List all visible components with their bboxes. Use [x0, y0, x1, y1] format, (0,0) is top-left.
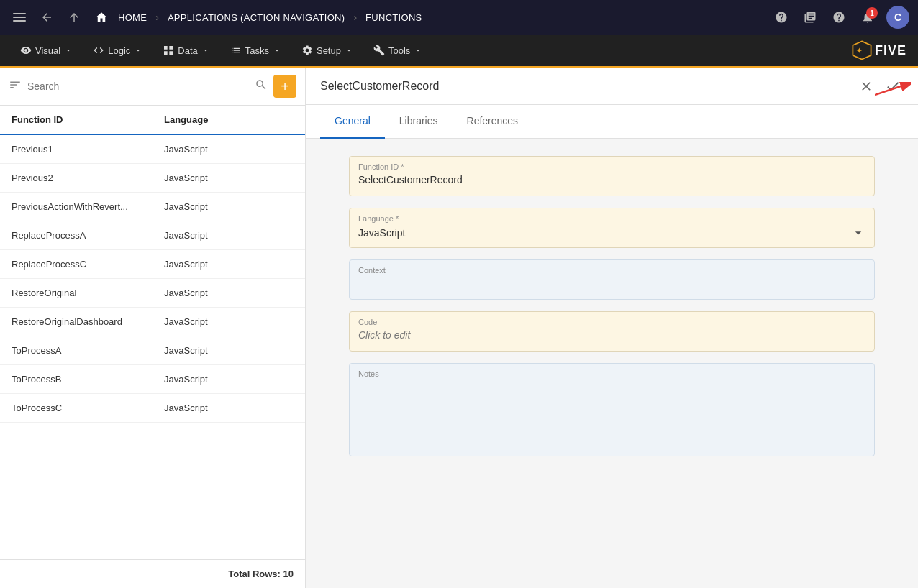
language-label: Language *: [358, 214, 865, 223]
up-button[interactable]: [63, 6, 85, 28]
table-footer: Total Rows: 10: [0, 559, 305, 588]
save-check-button[interactable]: [882, 75, 904, 97]
tab-references[interactable]: References: [453, 105, 533, 139]
left-panel: + Function ID Language Previous1 JavaScr…: [0, 68, 306, 588]
notification-badge: 1: [866, 7, 878, 19]
nav-logic-label: Logic: [108, 45, 130, 56]
nav-logic[interactable]: Logic: [84, 39, 151, 62]
breadcrumb-functions[interactable]: FUNCTIONS: [365, 12, 422, 23]
code-field[interactable]: Code Click to edit: [349, 311, 875, 352]
back-button[interactable]: [36, 6, 58, 28]
second-nav-bar: Visual Logic Data Tasks Setup Tools ✦ FI…: [0, 35, 918, 68]
breadcrumb-applications[interactable]: APPLICATIONS (ACTION NAVIGATION): [168, 12, 345, 23]
nav-setup[interactable]: Setup: [293, 39, 362, 62]
language-dropdown-icon[interactable]: [851, 226, 865, 240]
table-header: Function ID Language: [0, 106, 305, 135]
breadcrumb-home[interactable]: HOME: [118, 12, 147, 23]
row-function-id: RestoreOriginalDashboard: [0, 308, 153, 336]
code-label: Code: [358, 318, 865, 326]
five-logo-text: FIVE: [875, 43, 906, 58]
row-language: JavaScript: [153, 221, 305, 249]
notifications-icon[interactable]: 1: [855, 4, 881, 30]
row-function-id: ReplaceProcessA: [0, 221, 153, 249]
close-button[interactable]: [856, 76, 876, 96]
row-function-id: ToProcessA: [0, 336, 153, 364]
notes-label: Notes: [358, 369, 865, 378]
nav-tools-label: Tools: [388, 45, 410, 56]
tab-general[interactable]: General: [320, 105, 385, 139]
row-language: JavaScript: [153, 250, 305, 278]
table-row[interactable]: Previous2 JavaScript: [0, 164, 305, 193]
top-nav-bar: HOME › APPLICATIONS (ACTION NAVIGATION) …: [0, 0, 918, 35]
nav-setup-label: Setup: [317, 45, 341, 56]
svg-text:✦: ✦: [856, 47, 863, 55]
nav-visual[interactable]: Visual: [12, 39, 81, 62]
function-id-field: Function ID * SelectCustomerRecord: [349, 156, 875, 196]
function-id-label: Function ID *: [358, 162, 865, 171]
table-row[interactable]: ReplaceProcessC JavaScript: [0, 250, 305, 279]
language-field: Language * JavaScript: [349, 208, 875, 248]
context-field: Context: [349, 259, 875, 300]
five-logo: ✦ FIVE: [852, 40, 906, 60]
context-input[interactable]: [358, 277, 865, 289]
home-icon[interactable]: [91, 6, 112, 28]
row-function-id: ToProcessB: [0, 365, 153, 393]
search-icon[interactable]: [255, 78, 268, 94]
row-function-id: Previous1: [0, 135, 153, 163]
row-language: JavaScript: [153, 279, 305, 307]
nav-tasks[interactable]: Tasks: [222, 39, 290, 62]
form-area: Function ID * SelectCustomerRecord Langu…: [306, 139, 918, 588]
table-body: Previous1 JavaScript Previous2 JavaScrip…: [0, 135, 305, 559]
code-value[interactable]: Click to edit: [358, 329, 865, 341]
table-row[interactable]: RestoreOriginalDashboard JavaScript: [0, 308, 305, 336]
table-row[interactable]: ReplaceProcessA JavaScript: [0, 221, 305, 250]
record-title: SelectCustomerRecord: [320, 80, 439, 93]
row-language: JavaScript: [153, 308, 305, 336]
notes-field: Notes: [349, 363, 875, 456]
language-value[interactable]: JavaScript: [358, 227, 405, 239]
table-row[interactable]: PreviousActionWithRevert... JavaScript: [0, 193, 305, 221]
tab-libraries[interactable]: Libraries: [385, 105, 453, 139]
user-avatar[interactable]: C: [886, 6, 909, 29]
row-function-id: RestoreOriginal: [0, 279, 153, 307]
row-language: JavaScript: [153, 135, 305, 163]
table-row[interactable]: ToProcessC JavaScript: [0, 394, 305, 423]
search-input[interactable]: [27, 81, 249, 92]
filter-icon[interactable]: [9, 78, 22, 94]
help-icon[interactable]: [826, 4, 852, 30]
row-function-id: PreviousActionWithRevert...: [0, 193, 153, 221]
right-header: SelectCustomerRecord: [306, 68, 918, 105]
row-function-id: ToProcessC: [0, 394, 153, 422]
row-function-id: Previous2: [0, 164, 153, 192]
col-language: Language: [153, 106, 305, 134]
main-area: + Function ID Language Previous1 JavaScr…: [0, 68, 918, 588]
nav-tasks-label: Tasks: [245, 45, 269, 56]
right-panel: SelectCustomerRecord: [306, 68, 918, 588]
nav-data[interactable]: Data: [154, 39, 218, 62]
row-function-id: ReplaceProcessC: [0, 250, 153, 278]
add-button[interactable]: +: [273, 75, 296, 98]
table-row[interactable]: ToProcessA JavaScript: [0, 336, 305, 365]
col-function-id: Function ID: [0, 106, 153, 134]
function-id-value[interactable]: SelectCustomerRecord: [358, 174, 865, 185]
header-actions: [856, 75, 904, 97]
context-label: Context: [358, 266, 865, 275]
row-language: JavaScript: [153, 336, 305, 364]
row-language: JavaScript: [153, 365, 305, 393]
tabs-bar: GeneralLibrariesReferences: [306, 105, 918, 139]
hamburger-menu[interactable]: [9, 9, 30, 26]
table-row[interactable]: RestoreOriginal JavaScript: [0, 279, 305, 308]
nav-data-label: Data: [178, 45, 197, 56]
top-nav-right: 1 C: [768, 4, 909, 30]
row-language: JavaScript: [153, 394, 305, 422]
table-row[interactable]: Previous1 JavaScript: [0, 135, 305, 164]
nav-tools[interactable]: Tools: [365, 39, 431, 62]
library-icon[interactable]: [797, 4, 823, 30]
support-icon[interactable]: [768, 4, 794, 30]
nav-visual-label: Visual: [35, 45, 60, 56]
row-language: JavaScript: [153, 164, 305, 192]
row-language: JavaScript: [153, 193, 305, 221]
notes-textarea[interactable]: [358, 381, 865, 446]
table-row[interactable]: ToProcessB JavaScript: [0, 365, 305, 394]
search-bar: +: [0, 68, 305, 106]
